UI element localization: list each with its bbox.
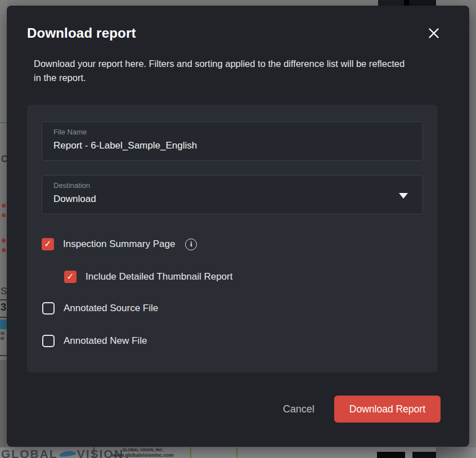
download-report-button[interactable]: Download Report [334, 396, 441, 423]
destination-label: Destination [53, 181, 411, 190]
annotated-new-checkbox[interactable] [42, 335, 55, 347]
inspection-summary-page-checkbox-row[interactable]: ✓ Inspection Summary Page i [42, 238, 423, 250]
background-green-line [0, 122, 7, 123]
background-bottom-dark-block [412, 452, 436, 458]
checkmark-icon: ✓ [44, 240, 51, 249]
background-green-divider [190, 447, 191, 458]
dialog-header: Download report [7, 6, 469, 42]
destination-value: Download [53, 194, 391, 205]
background-top-dark-gap [404, 0, 409, 6]
background-blue-bar [0, 320, 7, 329]
background-top-dark-block [378, 0, 404, 6]
background-corner-shade [436, 447, 476, 458]
background-cell-divider [93, 447, 95, 458]
download-report-dialog: Download report Download your report her… [7, 6, 469, 447]
background-green-divider [236, 447, 237, 458]
inspection-summary-checkbox[interactable]: ✓ [42, 238, 54, 250]
background-curve-glyph: C [1, 154, 7, 164]
chevron-down-icon [399, 193, 408, 199]
background-difference-dot [2, 204, 6, 208]
company-name-text: GLOBAL VISION, INC. [96, 448, 190, 452]
detailed-thumbnail-checkbox-row[interactable]: ✓ Include Detailed Thumbnail Report [64, 271, 423, 283]
background-tiny-text: W M [1, 331, 7, 341]
logo-swoosh-icon [59, 450, 76, 457]
background-difference-dot [2, 213, 6, 217]
info-icon[interactable]: i [185, 239, 197, 250]
company-website-text: www.globalvisioninc.com [96, 452, 190, 458]
background-page-bottom-strip: GLOBALVISION GLOBAL VISION, INC. www.glo… [0, 447, 476, 458]
report-options-panel: File Name Report - 6-Label_Sample_Englis… [27, 105, 438, 372]
background-bold-glyph: 3 [1, 302, 6, 313]
background-table-line [0, 317, 7, 318]
file-name-value[interactable]: Report - 6-Label_Sample_English [53, 140, 391, 151]
background-difference-dot [2, 239, 6, 243]
detailed-thumbnail-checkbox[interactable]: ✓ [64, 271, 77, 283]
background-top-dark-block [409, 0, 436, 6]
close-icon [428, 27, 440, 39]
background-page-left-strip: C S 3 W M [0, 0, 7, 458]
file-name-field[interactable]: File Name Report - 6-Label_Sample_Englis… [42, 122, 423, 161]
checkmark-icon: ✓ [66, 272, 74, 281]
detailed-thumbnail-label: Include Detailed Thumbnail Report [86, 271, 232, 282]
annotated-source-checkbox[interactable] [42, 302, 55, 315]
background-left-strip-footer [0, 360, 7, 458]
dialog-title: Download report [27, 25, 136, 41]
background-difference-dot [2, 248, 6, 252]
background-letter-s: S [1, 286, 7, 297]
file-name-label: File Name [53, 128, 411, 136]
annotated-new-checkbox-row[interactable]: Annotated New File [42, 335, 423, 347]
cancel-button[interactable]: Cancel [277, 399, 320, 420]
destination-select[interactable]: Destination Download [42, 175, 423, 214]
background-bottom-dark-block [377, 452, 405, 458]
annotated-source-checkbox-row[interactable]: Annotated Source File [42, 302, 423, 315]
background-table-line [0, 355, 7, 356]
background-company-cell: GLOBAL VISION, INC. www.globalvisioninc.… [96, 447, 190, 458]
background-table-line [0, 299, 7, 300]
annotated-new-label: Annotated New File [64, 335, 147, 347]
logo-word-global: GLOBAL [1, 447, 58, 458]
dialog-footer: Cancel Download Report [277, 396, 441, 423]
dialog-description: Download your report here. Filters and s… [7, 57, 434, 85]
annotated-source-label: Annotated Source File [64, 303, 158, 314]
close-button[interactable] [425, 25, 442, 42]
inspection-summary-label: Inspection Summary Page [63, 239, 175, 250]
